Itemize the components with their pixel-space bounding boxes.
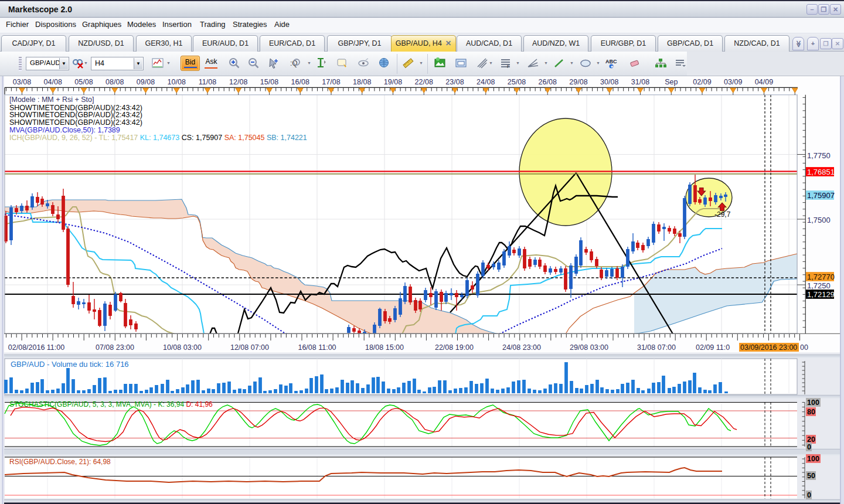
svg-text:50: 50 <box>807 472 815 480</box>
svg-text:31/08: 31/08 <box>631 78 649 86</box>
svg-text:22/08: 22/08 <box>415 78 433 86</box>
svg-text:26/08: 26/08 <box>539 78 557 86</box>
svg-text:★: ★ <box>610 64 614 69</box>
svg-text:22/08 19:00: 22/08 19:00 <box>435 343 474 352</box>
svg-text:04/08: 04/08 <box>44 78 62 86</box>
svg-text:07/08 23:00: 07/08 23:00 <box>96 343 134 352</box>
svg-text:05/08: 05/08 <box>74 78 93 86</box>
svg-text:[Modele : MM + Rsi + Sto]: [Modele : MM + Rsi + Sto] <box>9 96 94 104</box>
svg-text:02/09 11:0: 02/09 11:0 <box>696 343 730 352</box>
svg-text:16/08 11:00: 16/08 11:00 <box>298 343 336 352</box>
svg-text:1,7250: 1,7250 <box>807 281 831 290</box>
svg-text:02/09: 02/09 <box>693 78 711 86</box>
svg-text:15/08: 15/08 <box>260 78 278 86</box>
svg-text:18/08: 18/08 <box>353 78 371 86</box>
svg-text:29/08 03:00: 29/08 03:00 <box>570 343 608 352</box>
svg-text:12/08 07:00: 12/08 07:00 <box>230 343 269 352</box>
svg-text:24/08 23:00: 24/08 23:00 <box>502 343 541 352</box>
svg-text:08/08: 08/08 <box>106 78 124 86</box>
svg-text:10/08: 10/08 <box>168 78 186 86</box>
svg-text:Sep: Sep <box>665 78 678 86</box>
svg-text:11/08: 11/08 <box>199 78 216 86</box>
svg-text:03/09/2016 23:00: 03/09/2016 23:00 <box>740 343 797 352</box>
svg-text:1,72770: 1,72770 <box>807 273 835 281</box>
svg-text:24/08: 24/08 <box>477 78 495 86</box>
svg-text:STOCHASTIC(GBP/AUD, 5, 3, 3, M: STOCHASTIC(GBP/AUD, 5, 3, 3, MVA, MVA) -… <box>9 400 213 408</box>
svg-text:100: 100 <box>807 455 819 463</box>
svg-text:10/08 03:00: 10/08 03:00 <box>163 343 202 352</box>
svg-text:RSI(GBP/AUD.Close, 21): 64,98: RSI(GBP/AUD.Close, 21): 64,98 <box>9 458 111 466</box>
svg-text:ABC: ABC <box>605 59 617 64</box>
svg-text:-29,7: -29,7 <box>714 210 731 219</box>
svg-text:1,75907: 1,75907 <box>807 191 835 200</box>
svg-text:19/08: 19/08 <box>384 78 402 86</box>
svg-text:0: 0 <box>807 491 811 499</box>
svg-text:ICH(GBP/AUD, 9, 26, 52) - TL:: ICH(GBP/AUD, 9, 26, 52) - TL: 1,75417 KL… <box>9 134 307 142</box>
svg-text:09/08: 09/08 <box>137 78 155 86</box>
svg-text:02/08/2016 11:00: 02/08/2016 11:00 <box>8 343 64 352</box>
svg-text:25/08: 25/08 <box>508 78 526 86</box>
svg-text:1,76851: 1,76851 <box>807 168 835 176</box>
svg-text:00: 00 <box>800 343 808 352</box>
svg-text:30/08: 30/08 <box>600 78 618 86</box>
svg-text:100: 100 <box>807 399 819 407</box>
svg-text:1,72129: 1,72129 <box>807 290 835 299</box>
svg-text:16/08: 16/08 <box>291 78 309 86</box>
svg-text:SHOWTIMETOEND(GBP/AUD)(2:43:42: SHOWTIMETOEND(GBP/AUD)(2:43:42) <box>9 118 142 127</box>
svg-text:29/08: 29/08 <box>569 78 587 86</box>
svg-text:F: F <box>507 64 510 69</box>
svg-text:31/08 07:00: 31/08 07:00 <box>637 343 676 352</box>
svg-text:23/08: 23/08 <box>445 78 464 86</box>
svg-text:18/08 15:00: 18/08 15:00 <box>365 343 404 352</box>
svg-text:1,7500: 1,7500 <box>807 216 831 224</box>
svg-text:03/09: 03/09 <box>724 78 742 86</box>
svg-text:12/08: 12/08 <box>229 78 247 86</box>
svg-text:MVA(GBP/AUD.Close,50): 1,7389: MVA(GBP/AUD.Close,50): 1,7389 <box>9 126 120 134</box>
svg-text:80: 80 <box>807 408 815 416</box>
svg-text:03/08: 03/08 <box>13 78 31 86</box>
svg-text:04/09: 04/09 <box>755 78 773 86</box>
svg-text:0: 0 <box>807 443 811 451</box>
svg-text:17/08: 17/08 <box>322 78 340 86</box>
svg-text:20: 20 <box>807 435 815 444</box>
svg-text:GBP/AUD - Volume du tick: 16: GBP/AUD - Volume du tick: 16 716 <box>11 360 129 369</box>
svg-text:1,7750: 1,7750 <box>807 151 831 160</box>
